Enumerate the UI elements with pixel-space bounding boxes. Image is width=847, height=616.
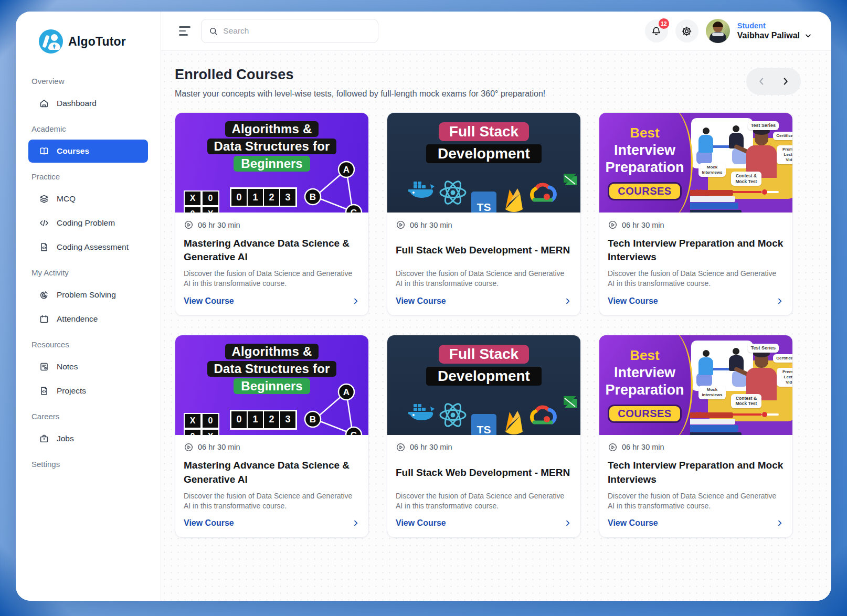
feature-chip: Contest & Mock Test [731,172,761,186]
person-head [703,350,710,357]
view-course-link[interactable]: View Course [608,296,784,306]
books-stack [683,190,746,213]
course-card: Algorithms & Data Structures for Beginne… [175,112,369,316]
course-thumbnail[interactable]: Full Stack Development TS [387,335,580,435]
interview-illustration: Test Series Certification Premium Lectur… [690,335,792,435]
array-cell: 3 [280,188,296,206]
person-head [703,128,710,134]
view-course-link[interactable]: View Course [608,518,784,528]
course-card: Algorithms & Data Structures for Beginne… [175,335,369,538]
chevron-right-icon [352,297,360,305]
chevron-right-icon [776,519,784,527]
sidebar-item-notes[interactable]: Notes [28,355,148,378]
file-code-icon [39,242,49,252]
sidebar-item-label: Jobs [57,434,74,443]
chevron-down-icon [804,31,812,40]
view-course-link[interactable]: View Course [396,518,572,528]
books-stack [683,412,746,435]
feature-chip: Test Series [748,121,779,130]
section-settings[interactable]: Settings [28,451,148,474]
user-name: Vaibhav Paliwal [737,31,800,40]
graph-node-label: B [310,192,316,202]
firebase-icon [503,187,525,213]
chevron-right-icon [781,77,790,86]
course-card: Test Series Certification Premium Lectur… [599,335,793,538]
section-resources: Resources [28,332,148,354]
brand-logo[interactable]: AlgoTutor [16,22,161,54]
settings-button[interactable] [675,19,698,43]
view-course-link[interactable]: View Course [184,296,360,306]
grid-cell: X [184,190,202,206]
play-circle-icon [608,442,618,452]
chevron-right-icon [352,519,360,527]
prev-button[interactable] [752,72,771,91]
sidebar-item-mcq[interactable]: MCQ [28,187,148,210]
thumb-text: Best [630,347,659,364]
next-button[interactable] [776,72,795,91]
briefcase-icon [39,433,49,444]
view-course-link[interactable]: View Course [396,296,572,306]
topbar: 12 Student Vaibhav Paliwal [161,12,831,51]
course-card-body: 06 hr 30 min Tech Interview Preparation … [599,213,792,315]
topbar-actions: 12 Student Vaibhav Paliwal [645,19,812,43]
progress-handle [762,189,767,195]
grid-cell: 0 [184,429,202,435]
course-duration: 06 hr 30 min [198,221,240,229]
menu-icon[interactable] [179,26,192,36]
course-card: Test Series Certification Premium Lectur… [599,112,793,316]
google-cloud-icon [526,403,559,427]
docker-icon [406,179,436,199]
search-box [201,19,378,43]
course-card-body: 06 hr 30 min Tech Interview Preparation … [599,435,792,538]
typescript-icon: TS [471,414,496,435]
sidebar-item-label: Courses [57,146,89,156]
thumb-text: Algorithms & [225,344,318,359]
course-meta: 06 hr 30 min [184,220,360,230]
person-head [733,348,739,355]
section-practice: Practice [28,164,148,186]
array-cell: 2 [263,188,280,206]
book [685,419,735,424]
sidebar-item-courses[interactable]: Courses [28,140,148,163]
thumb-text: Full Stack [439,122,529,141]
array-cell: 1 [247,188,263,206]
grid-cell: X [184,413,202,429]
progress-handle [762,412,767,417]
notifications-button[interactable]: 12 [645,19,668,43]
section-academic: Academic [28,116,148,139]
sidebar-item-coding-assessment[interactable]: Coding Assessment [28,236,148,259]
view-course-label: View Course [396,518,446,528]
docker-icon [406,401,436,421]
sidebar-item-jobs[interactable]: Jobs [28,427,148,450]
array-cell: 1 [247,411,263,429]
sidebar-item-label: Notes [57,362,78,371]
sidebar-item-coding-problem[interactable]: Coding Problem [28,211,148,235]
course-card-body: 06 hr 30 min Mastering Advance Data Scie… [175,213,368,315]
course-thumbnail[interactable]: Algorithms & Data Structures for Beginne… [175,113,368,213]
view-course-link[interactable]: View Course [184,518,360,528]
search-input[interactable] [223,26,370,36]
course-meta: 06 hr 30 min [396,442,572,452]
green-tech-icon [563,394,578,410]
course-thumbnail[interactable]: Test Series Certification Premium Lectur… [599,113,792,213]
avatar[interactable] [706,19,730,43]
course-meta: 06 hr 30 min [608,442,784,452]
course-grid: Algorithms & Data Structures for Beginne… [175,112,816,538]
play-circle-icon [184,220,194,230]
sidebar-item-projects[interactable]: Projects [28,379,148,402]
array-cell: 0 [231,411,247,429]
array-cells: 0 1 2 3 [230,187,297,207]
carousel-pager [746,68,801,95]
user-menu[interactable]: Vaibhav Paliwal [737,31,812,40]
book [689,412,733,418]
view-course-label: View Course [396,296,446,306]
book-icon [39,146,49,156]
feature-chip: Mock Interviews [698,163,726,177]
course-thumbnail[interactable]: Full Stack Development TS [387,113,580,213]
sidebar-item-dashboard[interactable]: Dashboard [28,92,148,115]
course-meta: 06 hr 30 min [396,220,572,230]
course-thumbnail[interactable]: Algorithms & Data Structures for Beginne… [175,335,368,435]
course-thumbnail[interactable]: Test Series Certification Premium Lectur… [599,335,792,435]
sidebar-item-attendence[interactable]: Attendence [28,307,148,331]
sidebar-item-problem-solving[interactable]: Problem Solving [28,283,148,306]
